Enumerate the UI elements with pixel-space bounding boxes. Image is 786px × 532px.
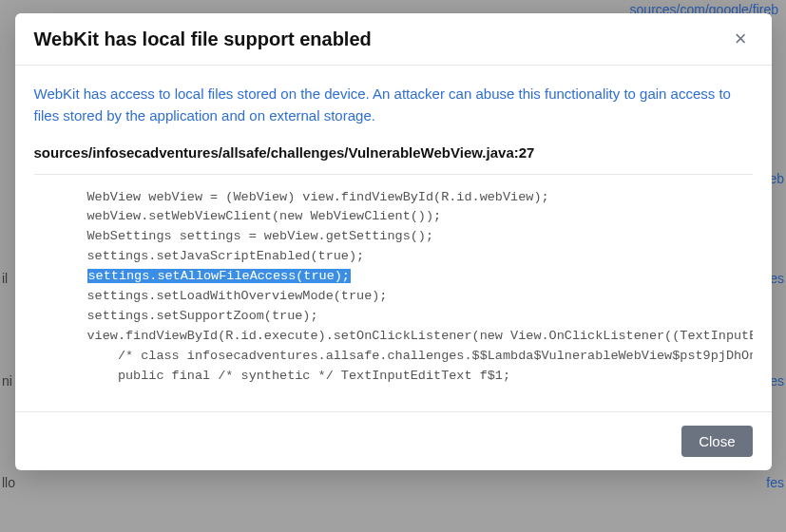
modal-footer: Close xyxy=(15,411,772,470)
code-scroll-container[interactable]: WebView webView = (WebView) view.findVie… xyxy=(34,188,753,392)
code-line: settings.setLoadWithOverviewMode(true); xyxy=(87,289,388,303)
modal-overlay[interactable]: WebKit has local file support enabled × … xyxy=(0,0,786,532)
code-line-highlighted: settings.setAllowFileAccess(true); xyxy=(87,269,351,283)
code-line: webView.setWebViewClient(new WebViewClie… xyxy=(87,209,442,223)
code-line: WebView webView = (WebView) view.findVie… xyxy=(87,190,549,204)
divider xyxy=(34,174,753,175)
code-line: WebSettings settings = webView.getSettin… xyxy=(87,229,434,243)
code-block: WebView webView = (WebView) view.findVie… xyxy=(34,188,753,387)
modal-title: WebKit has local file support enabled xyxy=(34,28,372,50)
code-line: settings.setSupportZoom(true); xyxy=(87,309,318,323)
close-icon[interactable]: × xyxy=(729,27,753,51)
close-button[interactable]: Close xyxy=(681,426,752,457)
code-line: settings.setJavaScriptEnabled(true); xyxy=(87,249,365,263)
file-path: sources/infosecadventures/allsafe/challe… xyxy=(34,144,753,161)
code-line: public final /* synthetic */ TextInputEd… xyxy=(87,369,511,383)
modal-header: WebKit has local file support enabled × xyxy=(15,13,772,66)
modal-dialog: WebKit has local file support enabled × … xyxy=(15,13,772,470)
code-line: view.findViewById(R.id.execute).setOnCli… xyxy=(87,329,753,343)
vulnerability-description: WebKit has access to local files stored … xyxy=(34,83,753,127)
code-line: /* class infosecadventures.allsafe.chall… xyxy=(87,349,753,363)
modal-body: WebKit has access to local files stored … xyxy=(15,66,772,411)
